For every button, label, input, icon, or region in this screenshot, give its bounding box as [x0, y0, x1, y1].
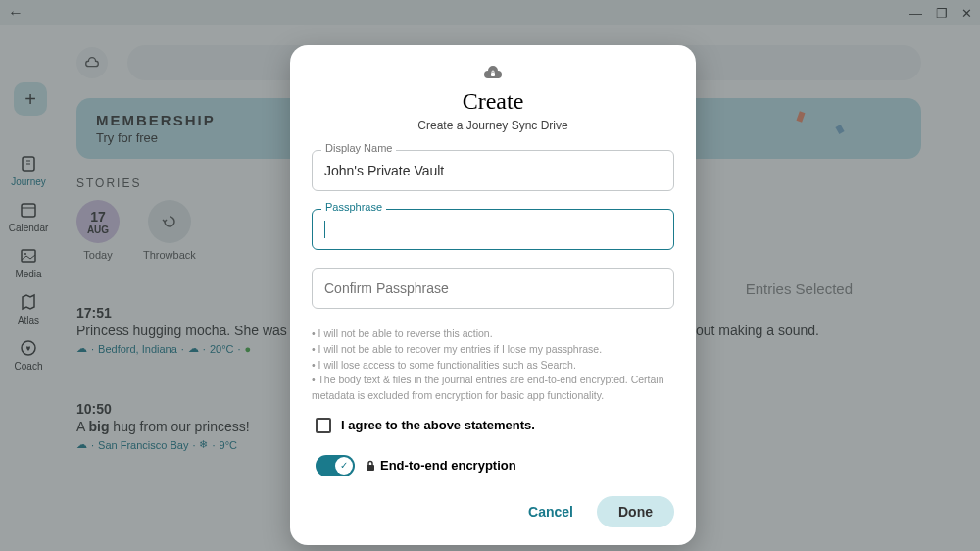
confirm-passphrase-input[interactable]	[312, 268, 674, 309]
agree-row[interactable]: I agree to the above statements.	[312, 418, 674, 433]
field-label: Display Name	[321, 142, 396, 154]
e2e-label: End-to-end encryption	[365, 458, 516, 473]
display-name-field: Display Name	[312, 150, 674, 191]
done-button[interactable]: Done	[597, 496, 674, 527]
display-name-input[interactable]	[312, 150, 674, 191]
svg-rect-10	[367, 465, 374, 471]
agree-label: I agree to the above statements.	[341, 418, 535, 432]
cancel-button[interactable]: Cancel	[514, 496, 587, 527]
text-caret	[324, 221, 325, 238]
modal-actions: Cancel Done	[312, 496, 674, 527]
agree-checkbox[interactable]	[316, 418, 331, 433]
e2e-row: ✓ End-to-end encryption	[312, 455, 674, 476]
svg-rect-9	[491, 73, 495, 76]
passphrase-field: Passphrase	[312, 209, 674, 250]
field-label: Passphrase	[321, 201, 386, 213]
disclaimer-text: • I will not be able to reverse this act…	[312, 326, 674, 404]
toggle-knob: ✓	[335, 457, 353, 475]
passphrase-input[interactable]	[312, 209, 674, 250]
lock-icon	[365, 460, 376, 472]
modal-subtitle: Create a Journey Sync Drive	[312, 119, 674, 132]
e2e-toggle[interactable]: ✓	[316, 455, 355, 476]
confirm-passphrase-field	[312, 268, 674, 309]
create-drive-modal: Create Create a Journey Sync Drive Displ…	[290, 45, 696, 545]
modal-title: Create	[312, 88, 674, 115]
cloud-lock-icon	[312, 65, 674, 82]
